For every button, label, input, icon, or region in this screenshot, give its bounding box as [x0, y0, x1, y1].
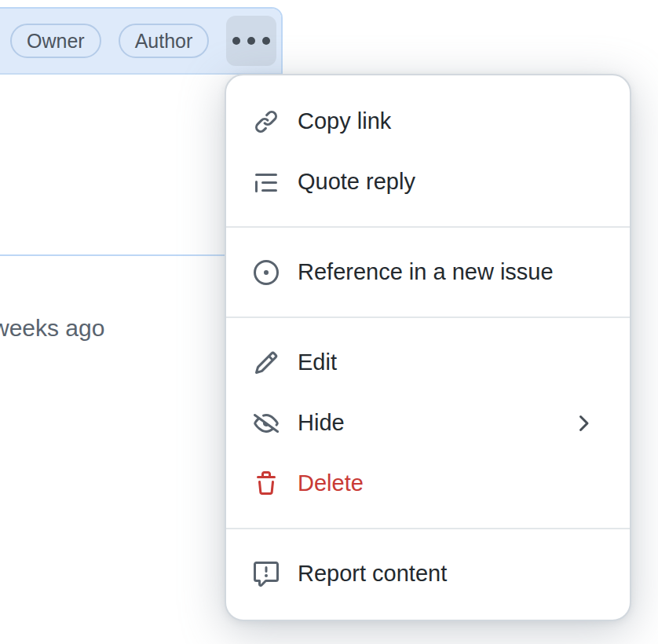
menu-divider — [226, 317, 630, 318]
trash-icon — [254, 471, 279, 496]
menu-item-label: Reference in a new issue — [298, 259, 554, 285]
link-icon — [254, 109, 279, 134]
menu-item-copy-link[interactable]: Copy link — [226, 91, 630, 152]
comment-options-button[interactable] — [226, 16, 276, 66]
menu-item-label: Hide — [298, 410, 345, 436]
pencil-icon — [254, 350, 279, 375]
menu-item-quote-reply[interactable]: Quote reply — [226, 152, 630, 212]
menu-item-label: Copy link — [298, 108, 391, 134]
owner-badge: Owner — [10, 24, 101, 58]
author-badge: Author — [119, 24, 210, 58]
chevron-right-icon — [570, 411, 595, 436]
menu-divider — [226, 528, 630, 529]
menu-item-delete[interactable]: Delete — [226, 453, 630, 514]
menu-item-label: Edit — [298, 349, 337, 375]
menu-divider — [226, 226, 630, 228]
menu-item-label: Report content — [298, 561, 447, 587]
comment-context-menu: Copy linkQuote replyReference in a new i… — [225, 74, 631, 621]
menu-item-hide[interactable]: Hide — [226, 393, 630, 453]
menu-item-reference-issue[interactable]: Reference in a new issue — [226, 242, 630, 302]
kebab-horizontal-icon — [232, 37, 240, 45]
kebab-horizontal-icon — [262, 37, 270, 45]
comment-header: Owner Author — [0, 9, 281, 75]
kebab-horizontal-icon — [247, 37, 255, 45]
report-icon — [254, 562, 279, 587]
issue-opened-icon — [254, 260, 279, 285]
quote-icon — [254, 170, 279, 195]
menu-item-label: Quote reply — [298, 169, 415, 195]
menu-item-label: Delete — [298, 470, 364, 496]
menu-item-report-content[interactable]: Report content — [226, 543, 630, 604]
eye-closed-icon — [254, 411, 279, 436]
comment-timestamp: weeks ago — [0, 315, 104, 342]
menu-item-edit[interactable]: Edit — [226, 332, 630, 393]
